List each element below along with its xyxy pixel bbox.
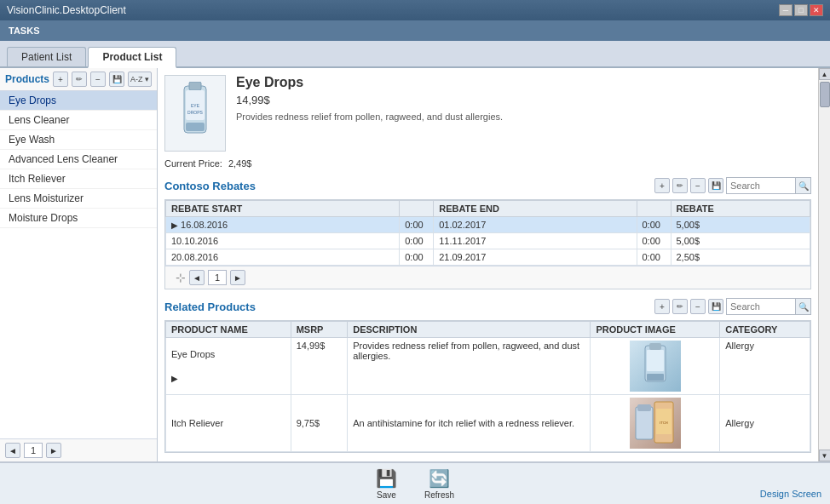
rebates-search-input[interactable] (727, 178, 795, 193)
product-header: EYE DROPS Eye Drops 14,99$ Provides redn… (164, 75, 811, 152)
cell-category: Allergy (720, 338, 810, 395)
cell-start-date: 10.10.2016 (166, 233, 400, 249)
scroll-up-arrow[interactable]: ▲ (819, 68, 831, 80)
svg-text:ITCH: ITCH (660, 421, 667, 425)
col-description: DESCRIPTION (348, 322, 591, 338)
title-bar: VisionClinic.DesktopClient ─ □ ✕ (0, 0, 830, 20)
content-area: EYE DROPS Eye Drops 14,99$ Provides redn… (158, 68, 818, 461)
rebates-search-box: 🔍 (726, 177, 811, 194)
refresh-icon: 🔄 (429, 468, 450, 489)
sidebar-pagination: ◄ 1 ► (0, 438, 157, 461)
related-add-button[interactable]: + (654, 299, 670, 314)
related-search-box: 🔍 (726, 298, 811, 315)
cell-rebate: 5,00$ (671, 233, 810, 249)
rebates-tools: + ✏ − 💾 🔍 (654, 177, 811, 194)
sidebar-delete-button[interactable]: − (90, 72, 106, 87)
sidebar-item-advanced-lens-cleaner[interactable]: Advanced Lens Cleaner (0, 150, 157, 169)
rebates-page-next[interactable]: ► (230, 270, 245, 285)
related-search-icon[interactable]: 🔍 (795, 299, 810, 314)
sidebar-title: Products (5, 73, 49, 85)
refresh-label: Refresh (424, 490, 454, 500)
related-tools: + ✏ − 💾 🔍 (654, 298, 811, 315)
rebates-table-container: REBATE START REBATE END REBATE ▶ 16.08.2… (164, 199, 811, 289)
window-controls: ─ □ ✕ (779, 4, 823, 16)
content-scrollbar[interactable]: ▲ ▼ (818, 68, 830, 461)
tasks-bar: TASKS (0, 20, 830, 41)
sidebar-edit-button[interactable]: ✏ (72, 72, 87, 87)
save-label: Save (377, 490, 396, 500)
col-rebate-start-time (400, 201, 434, 217)
main-layout: Products + ✏ − 💾 A-Z ▾ Eye Drops Lens Cl… (0, 68, 830, 461)
cell-rebate: 2,50$ (671, 249, 810, 266)
bottom-toolbar: 💾 Save 🔄 Refresh Design Screen (0, 461, 830, 504)
rebates-title: Contoso Rebates (164, 180, 654, 192)
close-button[interactable]: ✕ (810, 4, 823, 16)
cell-msrp: 9,75$ (291, 395, 348, 452)
tab-product-list[interactable]: Product List (88, 47, 176, 68)
related-table-container: PRODUCT NAME MSRP DESCRIPTION PRODUCT IM… (164, 320, 811, 453)
cell-product-image (591, 338, 720, 395)
sidebar-item-lens-cleaner[interactable]: Lens Cleaner (0, 111, 157, 130)
svg-text:DROPS: DROPS (187, 110, 203, 115)
table-row[interactable]: Itch Reliever 9,75$ An antihistamine for… (166, 395, 810, 452)
cell-start-date: ▶ 16.08.2016 (166, 217, 400, 233)
sidebar-item-eye-wash[interactable]: Eye Wash (0, 130, 157, 150)
related-search-input[interactable] (727, 299, 795, 314)
table-row[interactable]: Eye Drops ▶ 14,99$ Provides redness reli… (166, 338, 810, 395)
rebates-delete-button[interactable]: − (690, 178, 706, 193)
product-info: Eye Drops 14,99$ Provides redness relief… (236, 75, 811, 122)
cell-category: Allergy (720, 395, 810, 452)
sidebar-item-itch-reliever[interactable]: Itch Reliever (0, 169, 157, 189)
table-row[interactable]: 20.08.2016 0:00 21.09.2017 0:00 2,50$ (166, 249, 810, 266)
cell-end-time: 0:00 (637, 217, 671, 233)
sidebar-list: Eye Drops Lens Cleaner Eye Wash Advanced… (0, 91, 157, 438)
sidebar-page-prev[interactable]: ◄ (5, 443, 20, 458)
rebates-table: REBATE START REBATE END REBATE ▶ 16.08.2… (165, 200, 810, 266)
related-save-button[interactable]: 💾 (708, 299, 723, 314)
related-section-header: Related Products + ✏ − 💾 🔍 (164, 298, 811, 315)
rebates-search-icon[interactable]: 🔍 (795, 178, 810, 193)
svg-rect-9 (647, 374, 664, 381)
col-rebate-end: REBATE END (434, 201, 637, 217)
cell-product-name: Eye Drops ▶ (166, 338, 291, 395)
sidebar-page-next[interactable]: ► (46, 443, 61, 458)
sidebar-save-button[interactable]: 💾 (109, 72, 124, 87)
sidebar-item-moisture-drops[interactable]: Moisture Drops (0, 209, 157, 228)
col-rebate-start: REBATE START (166, 201, 400, 217)
table-row[interactable]: ▶ 16.08.2016 0:00 01.02.2017 0:00 5,00$ (166, 217, 810, 233)
rebates-add-button[interactable]: + (654, 178, 670, 193)
rebates-section-header: Contoso Rebates + ✏ − 💾 🔍 (164, 177, 811, 194)
save-button[interactable]: 💾 Save (376, 468, 397, 500)
tab-bar: Patient List Product List (0, 41, 830, 68)
col-product-name: PRODUCT NAME (166, 322, 291, 338)
product-name: Eye Drops (236, 75, 811, 90)
svg-rect-8 (647, 350, 664, 371)
maximize-button[interactable]: □ (794, 4, 808, 16)
sidebar-add-button[interactable]: + (53, 72, 68, 87)
minimize-button[interactable]: ─ (779, 4, 793, 16)
sidebar-item-eye-drops[interactable]: Eye Drops (0, 91, 157, 111)
rebates-save-button[interactable]: 💾 (708, 178, 723, 193)
rebates-pagination: ⊹ ◄ 1 ► (165, 266, 810, 289)
product-image-svg: EYE DROPS (174, 82, 216, 146)
row-expand-icon[interactable]: ▶ (171, 374, 178, 383)
design-screen-link[interactable]: Design Screen (760, 489, 821, 499)
scroll-down-arrow[interactable]: ▼ (819, 450, 831, 461)
table-row[interactable]: 10.10.2016 0:00 11.11.2017 0:00 5,00$ (166, 233, 810, 249)
sidebar-item-lens-moisturizer[interactable]: Lens Moisturizer (0, 189, 157, 209)
related-delete-button[interactable]: − (690, 299, 706, 314)
product-thumb-svg: ITCH (634, 400, 677, 447)
tab-patient-list[interactable]: Patient List (7, 47, 86, 66)
current-price-row: Current Price: 2,49$ (164, 158, 811, 169)
related-edit-button[interactable]: ✏ (672, 299, 688, 314)
refresh-button[interactable]: 🔄 Refresh (424, 468, 454, 500)
product-description: Provides redness relief from pollen, rag… (236, 112, 811, 122)
cell-product-image: ITCH (591, 395, 720, 452)
rebates-edit-button[interactable]: ✏ (672, 178, 688, 193)
rebates-page-prev[interactable]: ◄ (189, 270, 205, 285)
svg-rect-1 (189, 82, 201, 90)
cell-start-date: 20.08.2016 (166, 249, 400, 266)
scroll-thumb[interactable] (820, 82, 830, 107)
sidebar-sort-button[interactable]: A-Z ▾ (128, 72, 152, 87)
cell-rebate: 5,00$ (671, 217, 810, 233)
